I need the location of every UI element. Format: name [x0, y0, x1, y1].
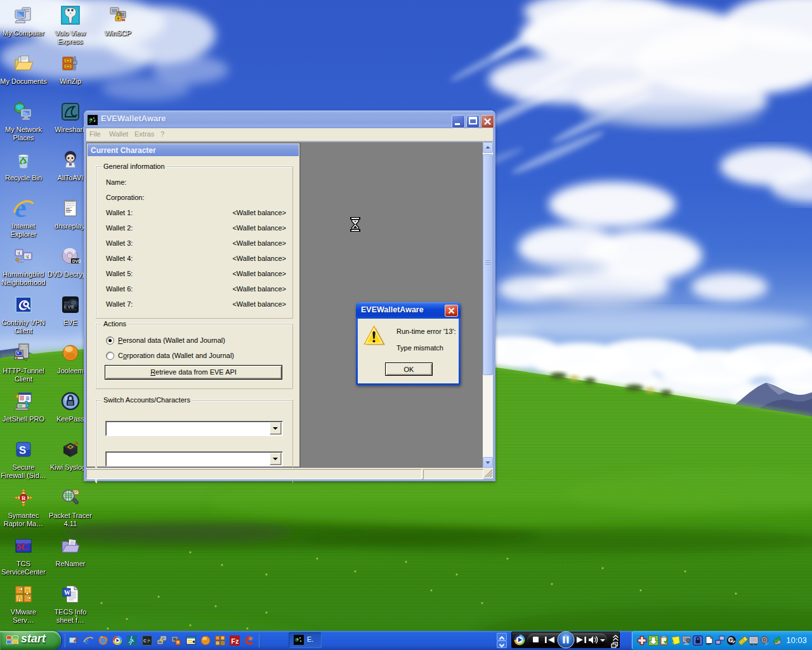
svg-text:Fz: Fz	[231, 637, 239, 645]
svg-text:R: R	[22, 495, 26, 501]
svg-text:SC: SC	[16, 542, 28, 552]
svg-text:S: S	[19, 444, 26, 456]
svg-text:W: W	[64, 589, 70, 596]
svg-text:DVD: DVD	[72, 259, 81, 263]
svg-text:EVE: EVE	[64, 305, 75, 309]
